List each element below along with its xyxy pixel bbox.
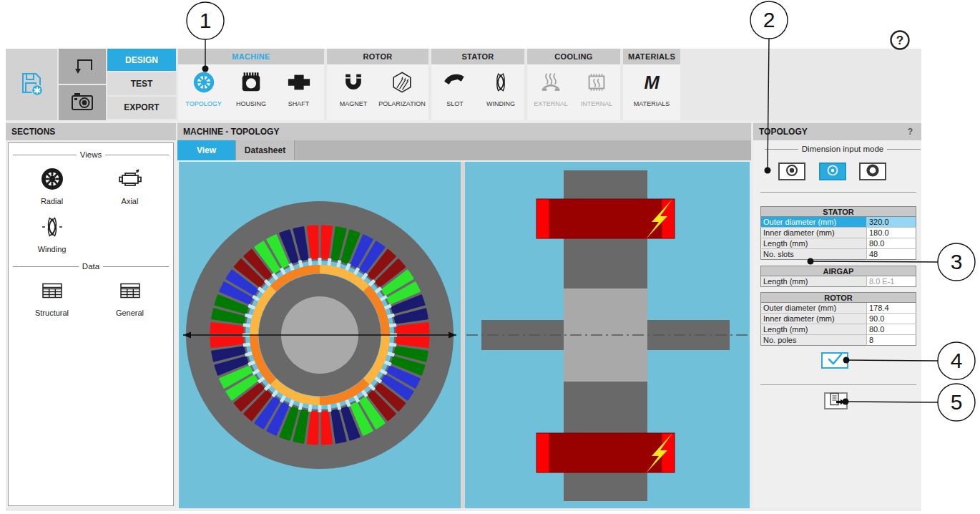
dimension-input-mode-legend: Dimension input mode	[765, 145, 921, 153]
export-report-button[interactable]	[824, 392, 848, 409]
main-toolbar: DESIGN TEST EXPORT MACHINE	[6, 49, 921, 120]
winding-section-icon	[39, 214, 65, 243]
table-row[interactable]: Outer diameter (mm) 320.0	[761, 217, 916, 228]
callout-1: 1	[200, 9, 212, 32]
rotor-table: ROTOR Outer diameter (mm) 178.4 Inner di…	[760, 292, 916, 346]
table-row[interactable]: Length (mm) 80.0	[761, 324, 916, 335]
toolbar-mid-column	[59, 49, 106, 120]
table-row[interactable]: No. slots 48	[761, 249, 916, 260]
sections-title: SECTIONS	[6, 123, 176, 140]
housing-button[interactable]: HOUSING	[229, 70, 273, 107]
ring-icon	[865, 163, 881, 181]
sections-panel: SECTIONS Views	[6, 123, 176, 508]
polarization-icon	[390, 70, 414, 97]
radio-dot-icon	[784, 163, 800, 181]
apply-button[interactable]	[821, 352, 848, 369]
callout-2: 2	[763, 8, 775, 31]
help-button[interactable]: ?	[888, 29, 911, 54]
table-row[interactable]: Outer diameter (mm) 178.4	[761, 303, 916, 314]
dimension-mode-3-button[interactable]	[859, 163, 886, 180]
tab-datasheet[interactable]: Datasheet	[236, 140, 295, 160]
help-icon: ?	[888, 42, 911, 54]
dimension-mode-1-button[interactable]	[778, 163, 805, 180]
magnet-icon	[341, 70, 366, 97]
save-button[interactable]	[6, 49, 57, 120]
export-mode-button[interactable]: EXPORT	[107, 97, 176, 119]
stator-table: STATOR Outer diameter (mm) 320.0 Inner d…	[760, 206, 916, 260]
external-cooling-icon	[539, 70, 563, 97]
camera-icon	[69, 88, 96, 118]
cooling-group: COOLING EXTERNAL	[527, 49, 620, 120]
structural-data-button[interactable]: Structural	[13, 278, 91, 317]
topology-button[interactable]: TOPOLOGY	[182, 70, 226, 107]
topology-icon	[192, 70, 216, 97]
radial-view-button[interactable]: Radial	[13, 166, 91, 205]
cooling-external-button[interactable]: EXTERNAL	[529, 70, 573, 107]
table-row[interactable]: Length (mm) 8.0 E-1	[761, 276, 916, 287]
table-row[interactable]: Inner diameter (mm) 180.0	[761, 228, 916, 238]
table-row[interactable]: No. poles 8	[761, 335, 916, 346]
main-title: MACHINE - TOPOLOGY	[177, 123, 751, 140]
materials-group: MATERIALS M MATERIALS	[623, 49, 680, 120]
topology-panel-content: Dimension input mode	[753, 140, 921, 508]
dimension-mode-2-button[interactable]	[819, 163, 846, 180]
winding-label: Winding	[38, 245, 67, 253]
airgap-table: AIRGAP Length (mm) 8.0 E-1	[760, 266, 916, 287]
structural-label: Structural	[35, 309, 69, 317]
magnet-label: MAGNET	[340, 100, 368, 107]
design-mode-button[interactable]: DESIGN	[107, 49, 176, 71]
export-document-icon	[827, 392, 846, 409]
stator-table-title: STATOR	[761, 207, 916, 217]
winding-view-button[interactable]: Winding	[13, 214, 91, 253]
machine-group-title: MACHINE	[178, 49, 324, 64]
end-winding	[536, 199, 675, 238]
save-icon	[18, 69, 45, 100]
divider	[760, 384, 916, 385]
housing-icon	[239, 70, 263, 97]
general-table-icon	[117, 278, 143, 306]
tab-strip: View Datasheet	[177, 140, 751, 160]
camera-button[interactable]	[59, 85, 106, 120]
checkmark-icon	[824, 353, 846, 369]
stator-group-title: STATOR	[431, 49, 524, 64]
slot-button[interactable]: SLOT	[433, 70, 477, 107]
data-legend: Data	[13, 262, 169, 271]
panel-help-icon[interactable]: ?	[908, 123, 913, 140]
view-area	[179, 162, 750, 508]
rotor-group-title: ROTOR	[327, 49, 428, 64]
main-panel: MACHINE - TOPOLOGY View Datasheet	[177, 123, 751, 508]
tab-view[interactable]: View	[177, 140, 236, 160]
undo-button[interactable]	[59, 49, 106, 84]
cooling-group-title: COOLING	[527, 49, 620, 64]
radial-cross-section	[179, 162, 461, 508]
magnet-button[interactable]: MAGNET	[331, 70, 376, 107]
callout-3: 3	[951, 250, 963, 273]
divider	[760, 192, 916, 193]
materials-button[interactable]: M MATERIALS	[629, 70, 674, 107]
shaft-icon	[287, 70, 311, 97]
table-row[interactable]: Inner diameter (mm) 90.0	[761, 314, 916, 324]
rotor-table-title: ROTOR	[761, 293, 916, 303]
axial-view-button[interactable]: Axial	[91, 166, 169, 205]
topology-panel: TOPOLOGY ? Dimension input mode	[753, 123, 921, 508]
cooling-internal-button[interactable]: INTERNAL	[574, 70, 619, 107]
table-row[interactable]: Length (mm) 80.0	[761, 238, 916, 249]
radial-view[interactable]	[179, 162, 461, 508]
housing-label: HOUSING	[236, 100, 266, 107]
winding-button[interactable]: WINDING	[479, 70, 523, 107]
test-mode-button[interactable]: TEST	[107, 72, 176, 94]
shaft-button[interactable]: SHAFT	[277, 70, 321, 107]
polarization-button[interactable]: POLARIZATION	[380, 70, 424, 107]
topology-panel-title: TOPOLOGY ?	[753, 123, 921, 140]
radial-icon	[39, 166, 65, 195]
rotor-group: ROTOR MAGNET	[327, 49, 428, 120]
axial-label: Axial	[122, 197, 139, 205]
internal-cooling-icon	[584, 70, 609, 97]
axial-cross-section	[465, 162, 750, 508]
shaft-label: SHAFT	[288, 100, 310, 107]
materials-label: MATERIALS	[634, 100, 670, 107]
svg-text:?: ?	[896, 34, 903, 47]
general-data-button[interactable]: General	[91, 278, 169, 317]
axial-view[interactable]	[465, 162, 750, 508]
end-winding	[536, 433, 675, 472]
